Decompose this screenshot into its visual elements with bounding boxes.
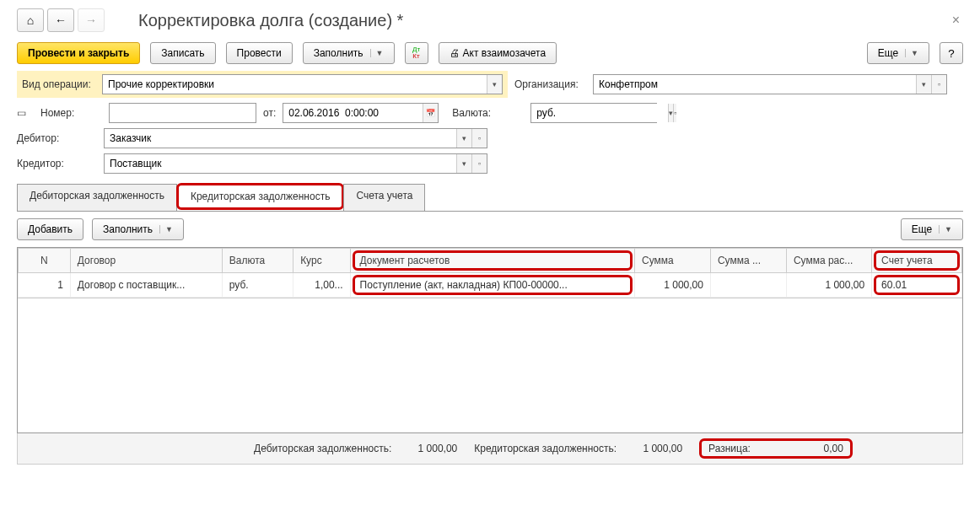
- date-label: от:: [263, 107, 276, 119]
- operation-dropdown[interactable]: ▾: [487, 75, 502, 94]
- currency-open[interactable]: ▫: [673, 104, 676, 122]
- cell-currency[interactable]: руб.: [222, 273, 293, 298]
- cell-account-value: 60.01: [874, 275, 960, 295]
- page-title: Корректировка долга (создание) *: [138, 11, 403, 30]
- sub-fill-button[interactable]: Заполнить ▼: [92, 218, 184, 240]
- cell-sum3[interactable]: 1 000,00: [786, 273, 871, 298]
- fill-button[interactable]: Заполнить ▼: [303, 42, 395, 64]
- dropdown-icon: ▼: [370, 49, 384, 57]
- table-row[interactable]: 1 Договор с поставщик... руб. 1,00... По…: [19, 273, 962, 298]
- operation-input[interactable]: [103, 75, 487, 94]
- add-button[interactable]: Добавить: [17, 218, 83, 240]
- col-rate[interactable]: Курс: [293, 249, 350, 273]
- back-button[interactable]: ←: [47, 8, 74, 32]
- cell-n[interactable]: 1: [19, 273, 71, 298]
- col-sum[interactable]: Сумма: [634, 249, 710, 273]
- help-button[interactable]: ?: [940, 42, 963, 64]
- sub-more-button[interactable]: Еще ▼: [901, 218, 963, 240]
- creditor-open[interactable]: ▫: [471, 154, 487, 173]
- calendar-button[interactable]: 📅: [423, 104, 438, 122]
- more-button[interactable]: Еще ▼: [867, 42, 929, 64]
- footer-debit-label: Дебиторская задолженность:: [254, 443, 391, 454]
- dropdown-icon: ▼: [159, 225, 173, 234]
- dropdown-icon: ▼: [939, 225, 952, 234]
- org-label: Организация:: [514, 78, 586, 90]
- footer-diff-value: 0,00: [784, 443, 843, 454]
- more-label: Еще: [878, 47, 898, 59]
- creditor-label: Кредитор:: [17, 158, 97, 169]
- dtkt-icon: ДтКт: [412, 46, 420, 60]
- col-doc[interactable]: Документ расчетов: [350, 249, 634, 273]
- fill-label: Заполнить: [314, 47, 363, 59]
- cell-contract[interactable]: Договор с поставщик...: [70, 273, 222, 298]
- col-contract[interactable]: Договор: [70, 249, 222, 273]
- debtor-open[interactable]: ▫: [471, 129, 487, 148]
- cell-account[interactable]: 60.01: [872, 273, 962, 298]
- col-sum2[interactable]: Сумма ...: [710, 249, 786, 273]
- print-act-button[interactable]: 🖨 Акт взаимозачета: [439, 42, 557, 64]
- footer-debit-value: 1 000,00: [398, 443, 457, 454]
- footer-credit-label: Кредиторская задолженность:: [474, 443, 617, 454]
- col-account-label: Счет учета: [874, 250, 960, 271]
- number-label: Номер:: [40, 107, 102, 119]
- dropdown-icon: ▼: [905, 49, 918, 57]
- print-act-label: Акт взаимозачета: [463, 47, 547, 59]
- tab-credit[interactable]: Кредиторская задолженность: [176, 183, 344, 210]
- grid-empty: [18, 298, 962, 432]
- footer-diff-label: Разница:: [708, 443, 751, 454]
- col-doc-label: Документ расчетов: [353, 250, 633, 271]
- close-button[interactable]: ×: [949, 9, 963, 31]
- debtor-input[interactable]: [105, 129, 456, 148]
- org-open[interactable]: ▫: [931, 75, 946, 94]
- footer-credit-value: 1 000,00: [623, 443, 682, 454]
- currency-label: Валюта:: [452, 107, 524, 119]
- org-input[interactable]: [594, 75, 916, 94]
- cell-sum2[interactable]: [710, 273, 786, 298]
- tab-debit[interactable]: Дебиторская задолженность: [17, 184, 177, 211]
- forward-button[interactable]: →: [78, 8, 105, 32]
- col-account[interactable]: Счет учета: [872, 249, 962, 273]
- sub-more-label: Еще: [912, 223, 932, 235]
- creditor-dropdown[interactable]: ▾: [456, 154, 471, 173]
- cell-doc[interactable]: Поступление (акт, накладная) КП00-00000.…: [350, 273, 634, 298]
- dtkt-button[interactable]: ДтКт: [405, 42, 428, 64]
- date-input[interactable]: [283, 104, 423, 122]
- doc-icon: ▭: [17, 107, 34, 119]
- col-sum3[interactable]: Сумма рас...: [786, 249, 871, 273]
- creditor-input[interactable]: [105, 154, 456, 173]
- save-button[interactable]: Записать: [150, 42, 215, 64]
- post-button[interactable]: Провести: [226, 42, 293, 64]
- cell-doc-value: Поступление (акт, накладная) КП00-00000.…: [353, 275, 633, 295]
- number-input[interactable]: [110, 104, 256, 122]
- print-icon: 🖨: [450, 47, 460, 59]
- debtor-dropdown[interactable]: ▾: [456, 129, 471, 148]
- post-close-button[interactable]: Провести и закрыть: [17, 42, 140, 64]
- tab-accounts[interactable]: Счета учета: [343, 184, 425, 211]
- cell-sum[interactable]: 1 000,00: [634, 273, 710, 298]
- org-dropdown[interactable]: ▾: [916, 75, 931, 94]
- sub-fill-label: Заполнить: [103, 223, 153, 235]
- col-n[interactable]: N: [19, 249, 71, 273]
- home-button[interactable]: ⌂: [17, 8, 44, 32]
- debtor-label: Дебитор:: [17, 132, 97, 144]
- operation-label: Вид операции:: [22, 78, 95, 90]
- col-currency[interactable]: Валюта: [222, 249, 293, 273]
- cell-rate[interactable]: 1,00...: [293, 273, 350, 298]
- currency-input[interactable]: [531, 104, 668, 122]
